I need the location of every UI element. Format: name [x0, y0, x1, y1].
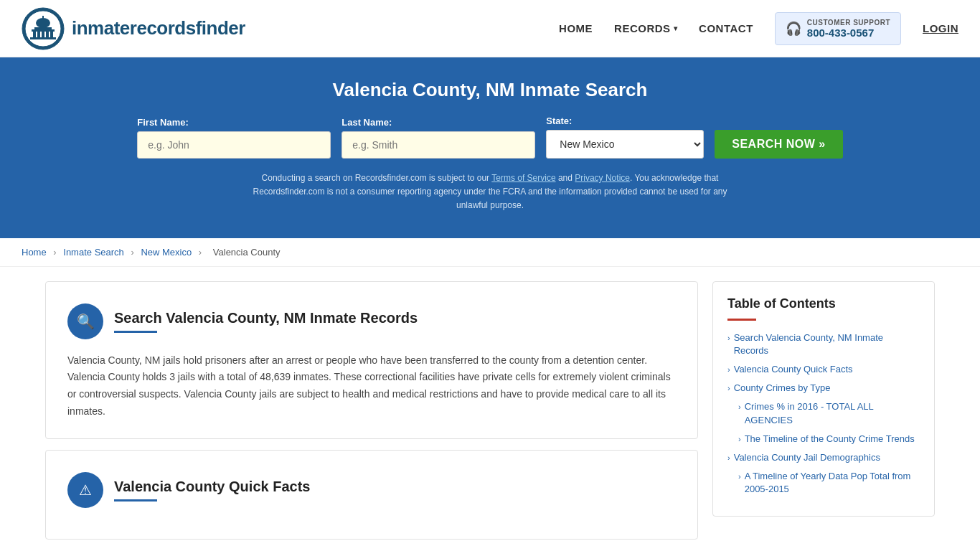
toc-link-4[interactable]: › Crimes % in 2016 - TOTAL ALL AGENCIES — [738, 400, 920, 426]
section-header-2: ⚠ Valencia County Quick Facts — [67, 472, 676, 508]
toc-item-6: › Valencia County Jail Demographics — [727, 451, 920, 464]
breadcrumb-current: Valencia County — [213, 247, 281, 258]
section-title-1: Search Valencia County, NM Inmate Record… — [114, 310, 418, 326]
toc-link-1[interactable]: › Search Valencia County, NM Inmate Reco… — [727, 331, 920, 357]
toc-item-1: › Search Valencia County, NM Inmate Reco… — [727, 331, 920, 357]
logo-icon — [22, 7, 65, 50]
privacy-link[interactable]: Privacy Notice — [575, 173, 630, 183]
toc-arrow-1: › — [727, 333, 730, 344]
search-button[interactable]: SEARCH NOW » — [715, 130, 842, 159]
toc-link-7[interactable]: › A Timeline of Yearly Data Pop Total fr… — [738, 470, 920, 496]
toc-item-2: › Valencia County Quick Facts — [727, 363, 920, 376]
disclaimer-text: Conducting a search on Recordsfinder.com… — [239, 171, 741, 213]
toc-arrow-2: › — [727, 364, 730, 375]
last-name-input[interactable] — [341, 131, 535, 159]
toc-item-5: › The Timeline of the County Crime Trend… — [727, 433, 920, 446]
svg-rect-8 — [46, 32, 49, 37]
nav-contact[interactable]: CONTACT — [699, 22, 753, 34]
toc-list: › Search Valencia County, NM Inmate Reco… — [727, 331, 920, 496]
toc-arrow-3: › — [727, 383, 730, 394]
toc-box: Table of Contents › Search Valencia Coun… — [712, 281, 935, 517]
section-title-2: Valencia County Quick Facts — [114, 479, 310, 495]
toc-link-6[interactable]: › Valencia County Jail Demographics — [727, 451, 920, 464]
toc-item-3: › County Crimes by Type — [727, 382, 920, 395]
svg-rect-4 — [32, 29, 55, 32]
breadcrumb-inmate-search[interactable]: Inmate Search — [63, 247, 124, 258]
section-divider-2 — [114, 499, 157, 501]
breadcrumb-separator-1: › — [53, 247, 56, 258]
svg-rect-11 — [42, 16, 44, 23]
state-select[interactable]: New Mexico — [546, 130, 704, 159]
breadcrumb-separator-2: › — [131, 247, 133, 258]
last-name-group: Last Name: — [341, 117, 535, 159]
svg-rect-9 — [50, 32, 53, 37]
section-quick-facts: ⚠ Valencia County Quick Facts — [45, 450, 698, 540]
svg-rect-3 — [34, 27, 52, 29]
first-name-group: First Name: — [137, 117, 331, 159]
section-header-1: 🔍 Search Valencia County, NM Inmate Reco… — [67, 303, 676, 339]
toc-title: Table of Contents — [727, 296, 920, 311]
last-name-label: Last Name: — [341, 117, 392, 128]
logo-area: inmaterecordsfinder — [22, 7, 245, 50]
first-name-input[interactable] — [137, 131, 331, 159]
breadcrumb-separator-3: › — [199, 247, 202, 258]
content-right: Table of Contents › Search Valencia Coun… — [712, 281, 935, 550]
terms-link[interactable]: Terms of Service — [491, 173, 555, 183]
toc-item-7: › A Timeline of Yearly Data Pop Total fr… — [727, 470, 920, 496]
toc-item-4: › Crimes % in 2016 - TOTAL ALL AGENCIES — [727, 400, 920, 426]
svg-rect-6 — [37, 32, 40, 37]
toc-arrow-7: › — [738, 471, 741, 482]
records-chevron-icon: ▾ — [674, 24, 678, 32]
logo-text: inmaterecordsfinder — [72, 17, 245, 39]
content-left: 🔍 Search Valencia County, NM Inmate Reco… — [45, 281, 698, 550]
toc-divider — [727, 319, 756, 321]
breadcrumb-new-mexico[interactable]: New Mexico — [141, 247, 192, 258]
headphone-icon: 🎧 — [786, 21, 801, 37]
toc-link-5[interactable]: › The Timeline of the County Crime Trend… — [738, 433, 920, 446]
breadcrumb: Home › Inmate Search › New Mexico › Vale… — [0, 238, 980, 267]
state-group: State: New Mexico — [546, 116, 704, 159]
toc-arrow-4: › — [738, 402, 741, 413]
section-divider-1 — [114, 331, 157, 333]
header: inmaterecordsfinder HOME RECORDS ▾ CONTA… — [0, 0, 980, 57]
section-inmate-records: 🔍 Search Valencia County, NM Inmate Reco… — [45, 281, 698, 439]
search-section-icon: 🔍 — [67, 303, 103, 339]
section-body-1: Valencia County, NM jails hold prisoners… — [67, 352, 676, 420]
first-name-label: First Name: — [137, 117, 189, 128]
svg-rect-5 — [33, 32, 36, 37]
warning-section-icon: ⚠ — [67, 472, 103, 508]
customer-support-box: 🎧 CUSTOMER SUPPORT 800-433-0567 — [775, 12, 901, 45]
state-label: State: — [546, 116, 572, 126]
support-text: CUSTOMER SUPPORT 800-433-0567 — [807, 19, 890, 39]
breadcrumb-home[interactable]: Home — [22, 247, 47, 258]
login-button[interactable]: LOGIN — [923, 22, 958, 34]
hero-section: Valencia County, NM Inmate Search First … — [0, 57, 980, 238]
search-form: First Name: Last Name: State: New Mexico… — [29, 116, 951, 159]
toc-link-2[interactable]: › Valencia County Quick Facts — [727, 363, 920, 376]
toc-arrow-5: › — [738, 434, 741, 445]
svg-rect-7 — [42, 32, 44, 37]
page-title: Valencia County, NM Inmate Search — [29, 79, 951, 101]
toc-link-3[interactable]: › County Crimes by Type — [727, 382, 920, 395]
nav-home[interactable]: HOME — [559, 22, 593, 34]
svg-rect-10 — [30, 37, 56, 39]
nav-records[interactable]: RECORDS ▾ — [614, 22, 677, 34]
main-content: 🔍 Search Valencia County, NM Inmate Reco… — [31, 281, 949, 550]
main-nav: HOME RECORDS ▾ CONTACT 🎧 CUSTOMER SUPPOR… — [559, 12, 958, 45]
toc-arrow-6: › — [727, 453, 730, 463]
